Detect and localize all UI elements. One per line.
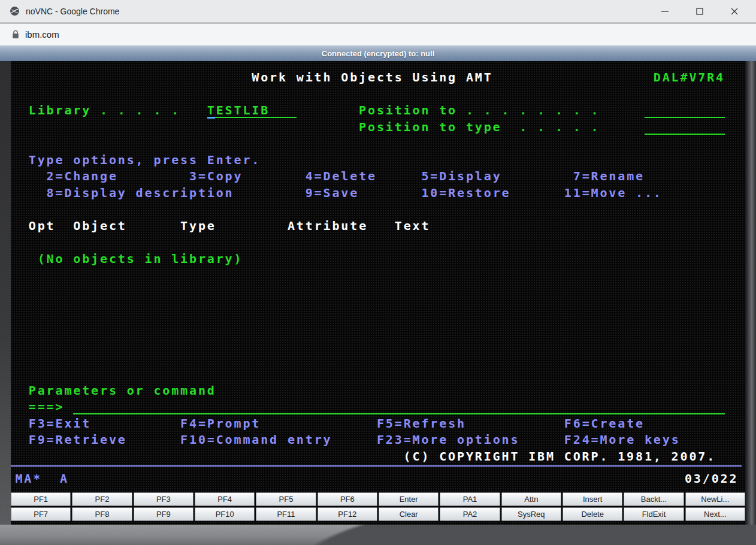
- minimize-icon: [661, 7, 669, 16]
- keypad-button-attn[interactable]: Attn: [501, 492, 561, 506]
- keypad-button-sysreq[interactable]: SysReq: [501, 507, 561, 521]
- virtual-keypad: PF1PF2PF3PF4PF5PF6EnterPA1AttnInsertBack…: [11, 492, 745, 521]
- options-instruction: Type options, press Enter.: [29, 152, 261, 168]
- keypad-button-next[interactable]: Next...: [685, 507, 745, 521]
- command-input-field[interactable]: [73, 399, 725, 414]
- command-prompt: ===>: [29, 399, 65, 414]
- lock-icon: [12, 30, 19, 39]
- keypad-button-pf11[interactable]: PF11: [256, 507, 316, 521]
- oia-cursor-position: 03/022: [685, 471, 738, 486]
- address-bar[interactable]: ibm.com: [0, 23, 756, 46]
- library-label: Library . . . . .: [29, 102, 180, 118]
- close-icon: [730, 7, 739, 16]
- maximize-icon: [695, 7, 704, 16]
- url-text: ibm.com: [25, 29, 59, 40]
- page-shadow: [0, 525, 756, 545]
- fkeys-row-2: F9=Retrieve F10=Command entry F23=More o…: [29, 432, 681, 447]
- keypad-button-pf10[interactable]: PF10: [195, 507, 255, 521]
- library-field[interactable]: TESTLIB: [207, 102, 297, 118]
- keypad-button-clear[interactable]: Clear: [379, 507, 439, 521]
- right-gutter: [745, 61, 756, 525]
- column-headers: Opt Object Type Attribute Text: [29, 218, 431, 234]
- keypad-button-fldexit[interactable]: FldExit: [624, 507, 684, 521]
- copyright-line: (C) COPYRIGHT IBM CORP. 1981, 2007.: [404, 449, 716, 464]
- keypad-button-delete[interactable]: Delete: [563, 507, 622, 521]
- empty-list-message: (No objects in library): [38, 251, 243, 267]
- close-button[interactable]: [721, 2, 748, 20]
- oia-shift-indicator: A: [60, 471, 69, 486]
- keypad-button-pa2[interactable]: PA2: [440, 507, 500, 521]
- screen-title: Work with Objects Using AMT: [252, 69, 492, 85]
- position-to-label: Position to . . . . . . . .: [359, 102, 600, 118]
- vnc-status-bar: Connected (encrypted) to: null: [0, 46, 756, 61]
- window-title: noVNC - Google Chrome: [26, 7, 652, 16]
- position-to-field[interactable]: [645, 102, 725, 118]
- keypad-button-pf1[interactable]: PF1: [11, 492, 71, 506]
- vnc-status-text: Connected (encrypted) to: null: [322, 49, 435, 58]
- left-gutter: [0, 61, 11, 525]
- oia-separator-line: [11, 465, 742, 467]
- novnc-favicon-icon: [10, 6, 20, 16]
- position-to-type-field[interactable]: [645, 119, 725, 135]
- keypad-button-pf5[interactable]: PF5: [256, 492, 316, 506]
- maximize-button[interactable]: [687, 2, 713, 20]
- keypad-button-insert[interactable]: Insert: [563, 492, 622, 506]
- keypad-button-pf3[interactable]: PF3: [134, 492, 193, 506]
- window-titlebar: noVNC - Google Chrome: [0, 0, 756, 23]
- keypad-button-pf12[interactable]: PF12: [317, 507, 377, 521]
- options-row-2: 8=Display description 9=Save 10=Restore …: [47, 185, 663, 201]
- minimize-button[interactable]: [652, 2, 678, 20]
- system-name: DAL#V7R4: [654, 69, 725, 85]
- options-row-1: 2=Change 3=Copy 4=Delete 5=Display 7=Ren…: [47, 168, 645, 184]
- position-to-type-label: Position to type . . . . .: [359, 119, 600, 135]
- keypad-button-pf2[interactable]: PF2: [72, 492, 132, 506]
- terminal-screen[interactable]: Work with Objects Using AMTDAL#V7R4Libra…: [11, 61, 745, 525]
- keypad-button-pa1[interactable]: PA1: [440, 492, 500, 506]
- keypad-button-enter[interactable]: Enter: [379, 492, 439, 506]
- text-cursor: [207, 117, 215, 119]
- keypad-button-pf9[interactable]: PF9: [134, 507, 193, 521]
- fkeys-row-1: F3=Exit F4=Prompt F5=Refresh F6=Create: [29, 416, 645, 431]
- keypad-button-newli[interactable]: NewLi...: [685, 492, 745, 506]
- keypad-button-pf6[interactable]: PF6: [317, 492, 377, 506]
- parameters-label: Parameters or command: [29, 383, 216, 398]
- keypad-button-backt[interactable]: Backt...: [624, 492, 684, 506]
- window-controls: [652, 2, 748, 20]
- keypad-button-pf7[interactable]: PF7: [11, 507, 71, 521]
- keypad-button-pf4[interactable]: PF4: [195, 492, 255, 506]
- oia-status: MA*: [15, 471, 42, 486]
- keypad-button-pf8[interactable]: PF8: [72, 507, 132, 521]
